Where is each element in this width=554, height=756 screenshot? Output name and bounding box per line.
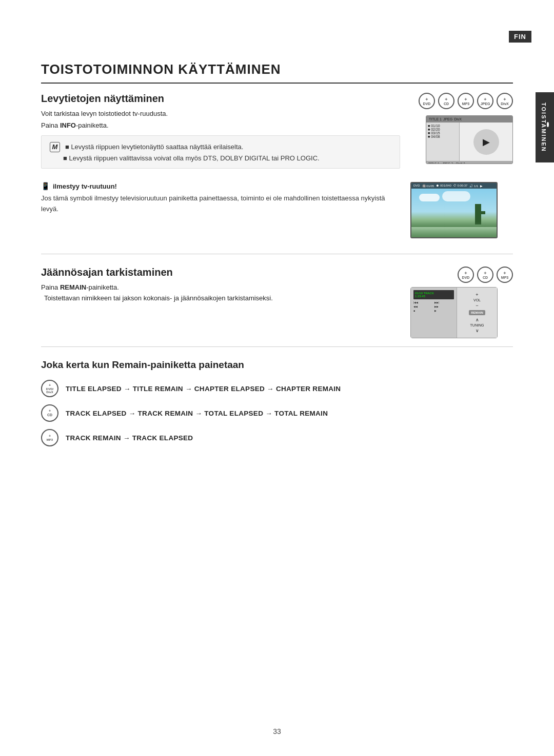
warning-text: Jos tämä symboli ilmestyy televisioruutu… <box>41 193 400 215</box>
warning-title-text: ilmestyy tv-ruutuun! <box>53 182 117 190</box>
remain-row-1: + DVD/ DivX TITLE ELAPSED → TITLE REMAIN… <box>41 380 513 397</box>
phone-icon: 📱 <box>41 182 50 190</box>
joka-title: Joka kerta kun Remain-painiketta paineta… <box>41 359 513 371</box>
cactus <box>475 204 481 224</box>
section2-icon-mp3: +MP3 <box>497 267 513 283</box>
display-buttons: |◀◀▶▶| ◀◀▶▶ ■▶ <box>413 301 454 312</box>
page-container: TOISTOTOIMINNON KÄYTTÄMINEN Levytietojen… <box>0 0 554 756</box>
section-levytietojen: Levytietojen näyttäminen Voit tarkistaa … <box>41 93 513 254</box>
note-sub: ■ Levystä riippuen valittavissa voivat o… <box>63 154 391 162</box>
device-display: 01/10 TRACK 1:23:45 |◀◀▶▶| ◀◀▶▶ ■▶ <box>411 288 457 338</box>
display-screen: 01/10 TRACK 1:23:45 <box>413 290 454 299</box>
page-number: 33 <box>273 727 281 735</box>
mockup-body: ■ 01/10 ■ 02/20 ■ 03/15 ■ 04/08 ▶ <box>426 122 512 161</box>
section2-bullet: Toistettavan nimikkeen tai jakson kokona… <box>41 294 400 302</box>
mockup-main: ▶ <box>460 122 512 161</box>
device-icon-mp3: +MP3 <box>458 93 474 109</box>
section2-image-area: +DVD +CD +MP3 01/10 TRACK 1:23:45 <box>410 267 513 338</box>
note-bullet-icon: ■ <box>65 143 69 151</box>
device-icon-dvd: +DVD <box>419 93 435 109</box>
remote-mockup: 01/10 TRACK 1:23:45 |◀◀▶▶| ◀◀▶▶ ■▶ <box>410 287 498 338</box>
warning-title: 📱 ilmestyy tv-ruutuun! <box>41 182 400 190</box>
remote-inner-wrap: 01/10 TRACK 1:23:45 |◀◀▶▶| ◀◀▶▶ ■▶ <box>411 288 497 338</box>
device-icon-cd: +CD <box>438 93 454 109</box>
cloud2 <box>442 191 470 201</box>
main-title: TOISTOTOIMINNON KÄYTTÄMINEN <box>41 62 513 84</box>
section1-image-area: +DVD +CD +MP3 +JPEG +DivX TITLE 1 JPEG D… <box>410 93 513 164</box>
sky-image-area: DVD 🔘 01/05 ⏺ 001/040 ⏱ 0:00:37 🔊 1/1 ▶ <box>410 182 513 238</box>
note-box: M ■ Levystä riippuen levytietonäyttö saa… <box>41 135 400 169</box>
cloud1 <box>419 194 440 201</box>
mockup-sidebar: ■ 01/10 ■ 02/20 ■ 03/15 ■ 04/08 <box>426 122 460 161</box>
section-jaannosajan: Jäännösajan tarkistaminen Paina REMAIN-p… <box>41 267 513 347</box>
device-icon-divx: +DivX <box>497 93 513 109</box>
sky-top-bar: DVD 🔘 01/05 ⏺ 001/040 ⏱ 0:00:37 🔊 1/1 ▶ <box>411 183 497 189</box>
remain-button[interactable]: REMAIN <box>469 310 485 315</box>
device-icon-jpeg: +JPEG <box>477 93 493 109</box>
remain-row3-text: TRACK REMAIN → TRACK ELAPSED <box>66 434 193 442</box>
cactus-arm-left <box>475 211 485 214</box>
section2-text1: Paina REMAIN-painiketta. <box>41 283 400 291</box>
section1-text1: Voit tarkistaa levyn toistotiedot tv-ruu… <box>41 110 400 117</box>
tuning-area: ∧ TUNING ∨ <box>470 317 484 333</box>
note-icon: M <box>50 142 60 152</box>
section2-icon-dvd: +DVD <box>458 267 474 283</box>
mockup-top-bar: TITLE 1 JPEG DivX <box>426 116 512 122</box>
sky-mockup: DVD 🔘 01/05 ⏺ 001/040 ⏱ 0:00:37 🔊 1/1 ▶ <box>410 182 498 238</box>
remain-row-2: + CD TRACK ELAPSED → TRACK REMAIN → TOTA… <box>41 404 513 422</box>
sky-scene <box>411 189 497 227</box>
remain-row2-text: TRACK ELAPSED → TRACK REMAIN → TOTAL ELA… <box>66 410 328 417</box>
remain-key: REMAIN <box>60 283 86 291</box>
section2-title: Jäännösajan tarkistaminen <box>41 267 400 278</box>
section1-title: Levytietojen näyttäminen <box>41 93 400 105</box>
remote-panel: + VOL − REMAIN ∧ TUNING ∨ <box>457 288 497 338</box>
joka-section: Joka kerta kun Remain-painiketta paineta… <box>41 359 513 446</box>
remain-icon-mp3: + MP3 <box>41 429 58 446</box>
play-icon: ▶ <box>483 136 490 148</box>
screen-mockup-1: TITLE 1 JPEG DivX ■ 01/10 ■ 02/20 ■ 03/1… <box>426 115 513 164</box>
remain-row1-text: TITLE ELAPSED → TITLE REMAIN → CHAPTER E… <box>66 385 341 393</box>
warning-note: 📱 ilmestyy tv-ruutuun! Jos tämä symboli … <box>41 182 513 238</box>
note-bullet2-icon: ■ <box>63 154 67 162</box>
section2-icon-cd: +CD <box>477 267 493 283</box>
remain-icon-dvd: + DVD/ DivX <box>41 380 58 397</box>
mockup-bottom: TITLE 1JPEG 2DivX 3 <box>426 161 512 164</box>
device-icons-row: +DVD +CD +MP3 +JPEG +DivX <box>419 93 513 109</box>
note-bullet2: Levystä riippuen valittavissa voivat oll… <box>69 154 319 162</box>
remain-icon-cd: + CD <box>41 404 58 422</box>
section2-device-icons: +DVD +CD +MP3 <box>410 267 513 283</box>
section1-text2: Paina INFO-painiketta. <box>41 121 400 129</box>
volume-area: + VOL − <box>473 292 481 308</box>
remain-row-3: + MP3 TRACK REMAIN → TRACK ELAPSED <box>41 429 513 446</box>
play-circle: ▶ <box>473 129 499 155</box>
info-key: INFO <box>60 121 76 129</box>
note-bullet1: Levystä riippuen levytietonäyttö saattaa… <box>71 143 243 151</box>
